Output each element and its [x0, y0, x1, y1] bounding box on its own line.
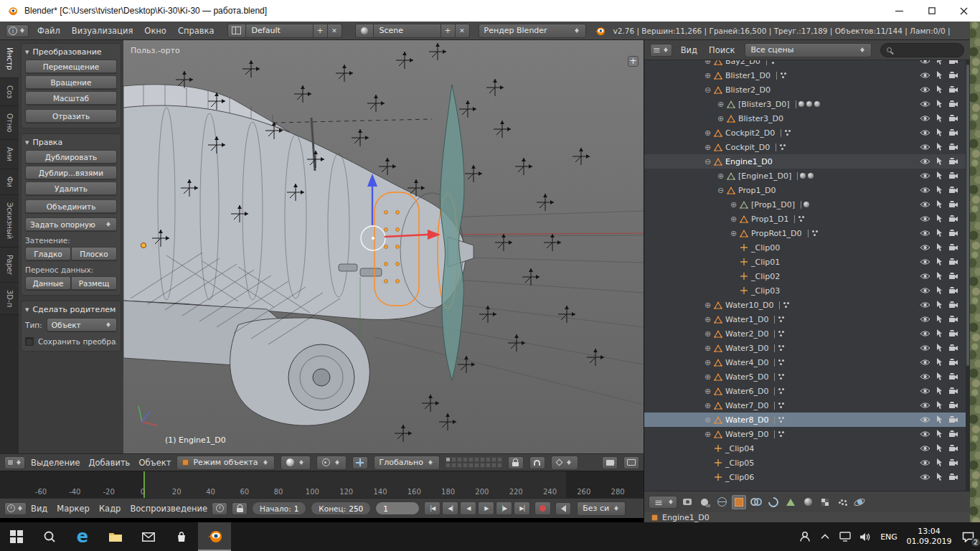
visibility-toggle-icon[interactable]	[920, 359, 930, 366]
join-button[interactable]: Объединить	[25, 199, 117, 213]
object-name-label[interactable]: Water2_D0	[725, 329, 768, 339]
viewport-menu-item[interactable]: Добавить	[89, 458, 131, 468]
outliner-row[interactable]: Water7_D0	[644, 398, 966, 413]
taskbar-explorer-button[interactable]	[99, 522, 132, 551]
visibility-toggle-icon[interactable]	[920, 100, 930, 108]
timeline-track[interactable]: -60-40-200204060801001201401601802002202…	[0, 471, 644, 498]
visibility-toggle-icon[interactable]	[920, 244, 930, 251]
action-center-button[interactable]: 2	[956, 522, 980, 551]
expand-toggle-icon[interactable]	[702, 71, 714, 80]
properties-tab-icon[interactable]	[852, 495, 867, 509]
viewport-menu-item[interactable]: Выделение	[31, 458, 80, 468]
object-name-label[interactable]: [Engine1_D0]	[738, 171, 791, 181]
timeline-menu-item[interactable]: Маркер	[57, 504, 90, 514]
object-name-label[interactable]: Water10_D0	[725, 301, 773, 310]
renderability-toggle-icon[interactable]	[948, 387, 958, 395]
object-name-label[interactable]: Water4_D0	[725, 358, 768, 367]
edit-tool-button[interactable]: Дублир...вязями	[25, 166, 117, 179]
properties-tab-icon[interactable]	[697, 495, 712, 509]
visibility-toggle-icon[interactable]	[920, 330, 930, 337]
outliner-row[interactable]: Cockpit_D0	[644, 140, 966, 154]
delete-screen-button[interactable]	[328, 24, 342, 38]
selectability-toggle-icon[interactable]	[936, 401, 943, 410]
object-name-label[interactable]: Cockpit2_D0	[725, 128, 775, 138]
taskbar-mail-button[interactable]	[132, 522, 165, 551]
selectability-toggle-icon[interactable]	[936, 243, 943, 252]
visibility-toggle-icon[interactable]	[920, 316, 930, 323]
orientation-dropdown[interactable]: Глобально	[374, 456, 440, 470]
visibility-toggle-icon[interactable]	[920, 287, 930, 294]
mirror-button[interactable]: Отразить	[25, 109, 117, 123]
tray-user-button[interactable]	[795, 522, 815, 551]
renderability-toggle-icon[interactable]	[948, 373, 958, 380]
timeline-menu-item[interactable]: Воспроизведение	[130, 504, 207, 514]
outliner-row[interactable]: Blister1_D0	[644, 68, 966, 83]
visibility-toggle-icon[interactable]	[920, 373, 930, 380]
object-name-label[interactable]: _Clip04	[725, 444, 754, 453]
visibility-toggle-icon[interactable]	[920, 158, 930, 165]
tray-network-button[interactable]	[835, 522, 855, 551]
render-engine-dropdown[interactable]: Рендер Blender	[479, 24, 586, 38]
selectability-toggle-icon[interactable]	[936, 458, 943, 467]
data-transfer-button[interactable]: Размещ	[71, 276, 117, 290]
outliner-row[interactable]: _Clip00	[644, 240, 966, 255]
expand-toggle-icon[interactable]	[727, 215, 740, 224]
outliner-row[interactable]: Engine1_D0	[644, 154, 966, 169]
expand-toggle-icon[interactable]	[702, 60, 714, 66]
visibility-toggle-icon[interactable]	[920, 187, 930, 194]
expand-toggle-icon[interactable]	[727, 229, 740, 238]
expand-toggle-icon[interactable]	[715, 186, 727, 195]
visibility-toggle-icon[interactable]	[920, 72, 930, 79]
expand-toggle-icon[interactable]	[715, 114, 727, 123]
outliner-row[interactable]: [Engine1_D0]	[644, 169, 966, 183]
selectability-toggle-icon[interactable]	[936, 315, 943, 324]
tray-volume-button[interactable]	[855, 522, 875, 551]
info-menu-item[interactable]: Визуализация	[72, 26, 133, 36]
expand-toggle-icon[interactable]	[727, 200, 740, 209]
expand-toggle-icon[interactable]	[715, 100, 727, 109]
outliner-editor-type-button[interactable]	[650, 44, 672, 57]
screen-layout-name[interactable]: Default	[246, 24, 314, 38]
selectability-toggle-icon[interactable]	[936, 329, 943, 338]
renderability-toggle-icon[interactable]	[948, 474, 958, 481]
selectability-toggle-icon[interactable]	[936, 128, 943, 137]
add-screen-button[interactable]	[314, 24, 328, 38]
timeline-menu-item[interactable]: Кадр	[99, 504, 121, 514]
selectability-toggle-icon[interactable]	[936, 215, 943, 223]
object-name-label[interactable]: _Clip03	[751, 286, 780, 296]
panel-header-transform[interactable]: Преобразование	[25, 47, 117, 57]
visibility-toggle-icon[interactable]	[920, 416, 930, 423]
object-name-label[interactable]: Water5_D0	[725, 372, 768, 382]
breadcrumb-object-name[interactable]: Engine1_D0	[662, 513, 710, 522]
close-button[interactable]	[948, 0, 980, 22]
outliner-row[interactable]: Prop1_D0	[644, 183, 966, 197]
region-expand-plus-icon[interactable]	[628, 56, 639, 67]
outliner-display-mode-dropdown[interactable]: Все сцены	[745, 43, 871, 57]
pivot-dropdown[interactable]	[316, 456, 347, 470]
expand-toggle-icon[interactable]	[702, 143, 714, 152]
selectability-toggle-icon[interactable]	[936, 344, 943, 352]
outliner-row[interactable]: _Clip02	[644, 269, 966, 283]
outliner-row[interactable]: [Prop1_D0]	[644, 197, 966, 212]
toolshelf-tab[interactable]: Paper	[0, 248, 19, 283]
expand-toggle-icon[interactable]	[702, 387, 714, 396]
selectability-toggle-icon[interactable]	[936, 60, 943, 65]
selectability-toggle-icon[interactable]	[936, 143, 943, 151]
panel-header-make-parent[interactable]: Сделать родителем	[25, 305, 117, 314]
selectability-toggle-icon[interactable]	[936, 301, 943, 309]
visibility-toggle-icon[interactable]	[920, 86, 930, 93]
expand-toggle-icon[interactable]	[702, 85, 714, 95]
renderability-toggle-icon[interactable]	[948, 330, 958, 337]
renderability-toggle-icon[interactable]	[948, 445, 958, 452]
visibility-toggle-icon[interactable]	[920, 430, 930, 438]
selectability-toggle-icon[interactable]	[936, 272, 943, 281]
transport-button[interactable]: ◀|	[442, 501, 458, 515]
expand-toggle-icon[interactable]	[702, 372, 714, 382]
visibility-toggle-icon[interactable]	[920, 258, 930, 265]
renderability-toggle-icon[interactable]	[948, 158, 958, 165]
visibility-toggle-icon[interactable]	[920, 344, 930, 352]
toolshelf-tab[interactable]: Эскизный	[0, 195, 19, 247]
renderability-toggle-icon[interactable]	[948, 129, 958, 136]
outliner-row[interactable]: _Clip06	[644, 470, 966, 484]
minimize-button[interactable]	[883, 0, 915, 22]
